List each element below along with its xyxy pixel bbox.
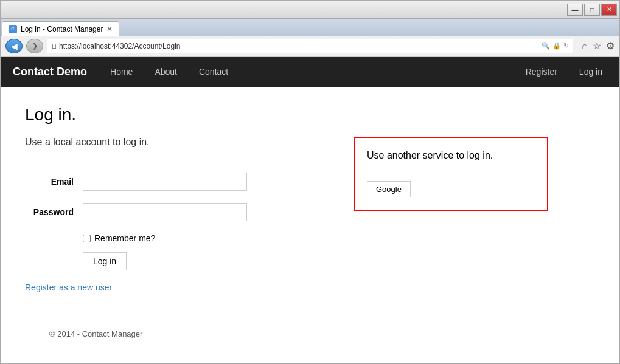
remember-me-checkbox[interactable] (83, 235, 91, 242)
navbar-brand[interactable]: Contact Demo (13, 66, 87, 78)
search-icon: 🔍 (542, 42, 550, 50)
service-section-title: Use another service to log in. (367, 150, 535, 161)
favorites-icon[interactable]: ☆ (593, 40, 601, 52)
main-content: Log in. Use a local account to log in. E… (1, 87, 619, 363)
password-form-group: Password (25, 203, 329, 221)
address-bar[interactable]: 🗋 https://localhost:44302/Account/Login … (47, 39, 573, 53)
address-bar-row: ◀ ❯ 🗋 https://localhost:44302/Account/Lo… (1, 36, 619, 57)
left-panel: Use a local account to log in. Email Pas… (25, 137, 329, 292)
page-icon: 🗋 (51, 43, 58, 50)
password-label: Password (25, 207, 74, 217)
navbar: Contact Demo Home About Contact Register… (1, 57, 619, 87)
navbar-right: Register Log in (521, 64, 607, 79)
register-link[interactable]: Register as a new user (25, 283, 329, 292)
google-button[interactable]: Google (367, 181, 411, 197)
password-input[interactable] (83, 203, 247, 221)
browser-toolbar: ⌂ ☆ ⚙ (577, 40, 615, 52)
footer: © 2014 - Contact Manager (25, 317, 595, 351)
remember-me-label: Remember me? (94, 233, 155, 243)
back-button[interactable]: ◀ (5, 39, 23, 53)
content-row: Use a local account to log in. Email Pas… (25, 137, 595, 292)
page-title: Log in. (25, 105, 595, 125)
refresh-icon: ↻ (563, 42, 569, 50)
login-button[interactable]: Log in (83, 252, 127, 270)
tab-favicon: C (9, 25, 17, 33)
url-text: https://localhost:44302/Account/Login (59, 42, 540, 50)
forward-button[interactable]: ❯ (26, 39, 43, 53)
email-label: Email (25, 177, 74, 187)
tab-bar: C Log in - Contact Manager ✕ (1, 19, 619, 36)
lock-icon: 🔒 (552, 42, 561, 50)
settings-icon[interactable]: ⚙ (606, 40, 615, 52)
tab-close-button[interactable]: ✕ (106, 25, 113, 33)
maximize-button[interactable]: □ (584, 4, 600, 16)
right-panel: Use another service to log in. Google (354, 137, 548, 211)
nav-link-about[interactable]: About (150, 64, 182, 79)
browser-window: — □ ✕ C Log in - Contact Manager ✕ ◀ ❯ 🗋… (0, 0, 620, 364)
remember-me-row: Remember me? (83, 233, 329, 243)
title-bar: — □ ✕ (1, 1, 619, 19)
nav-link-register[interactable]: Register (521, 64, 562, 79)
minimize-button[interactable]: — (567, 4, 583, 16)
footer-text: © 2014 - Contact Manager (49, 329, 142, 338)
close-button[interactable]: ✕ (601, 4, 617, 16)
local-section-title: Use a local account to log in. (25, 137, 329, 148)
page-content: Contact Demo Home About Contact Register… (1, 57, 619, 363)
service-divider (367, 171, 535, 171)
home-icon[interactable]: ⌂ (582, 41, 588, 52)
navbar-links: Home About Contact (105, 64, 233, 79)
email-input[interactable] (83, 173, 247, 191)
nav-link-contact[interactable]: Contact (194, 64, 233, 79)
nav-link-home[interactable]: Home (105, 64, 138, 79)
window-controls: — □ ✕ (567, 4, 617, 16)
section-divider (25, 160, 329, 160)
tab-label: Log in - Contact Manager (21, 25, 103, 33)
email-form-group: Email (25, 173, 329, 191)
nav-link-login[interactable]: Log in (574, 64, 607, 79)
browser-tab[interactable]: C Log in - Contact Manager ✕ (2, 21, 119, 36)
